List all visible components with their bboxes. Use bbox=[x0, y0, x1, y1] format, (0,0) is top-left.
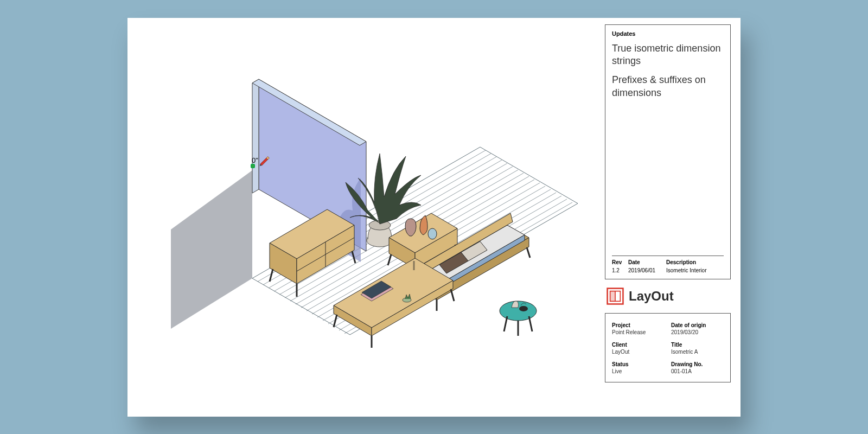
client-value: LayOut bbox=[612, 349, 665, 355]
update-item: Prefixes & suffixes on dimensions bbox=[612, 74, 724, 99]
date-header: Date bbox=[628, 259, 666, 265]
layout-logo-icon bbox=[606, 287, 624, 305]
drawing-value: 001-01A bbox=[671, 368, 724, 374]
viewport[interactable]: 0" bbox=[127, 18, 605, 417]
project-value: Point Release bbox=[612, 329, 665, 335]
title-block-sidebar: Updates True isometric dimension strings… bbox=[605, 18, 741, 417]
title-label: Title bbox=[671, 342, 724, 348]
svg-line-61 bbox=[529, 316, 532, 331]
status-label: Status bbox=[612, 361, 665, 367]
date-value: 2019/06/01 bbox=[628, 267, 666, 273]
round-side-table bbox=[500, 301, 537, 336]
date-origin-label: Date of origin bbox=[671, 322, 724, 328]
desc-header: Description bbox=[666, 259, 724, 265]
svg-point-63 bbox=[519, 306, 528, 311]
logo-text: LayOut bbox=[629, 289, 674, 304]
desc-value: Isometric Interior bbox=[666, 267, 724, 273]
updates-list: True isometric dimension strings Prefixe… bbox=[612, 42, 724, 256]
app-logo: LayOut bbox=[605, 286, 731, 307]
project-label: Project bbox=[612, 322, 665, 328]
svg-line-60 bbox=[504, 316, 507, 331]
drawing-sheet: 0" Updates True isometric dimension stri… bbox=[127, 18, 741, 417]
date-origin-value: 2019/03/20 bbox=[671, 329, 724, 335]
updates-heading: Updates bbox=[612, 30, 724, 37]
client-label: Client bbox=[612, 342, 665, 348]
svg-point-37 bbox=[428, 228, 437, 239]
svg-marker-19 bbox=[252, 79, 259, 193]
isometric-scene bbox=[127, 18, 605, 417]
title-value: Isometric A bbox=[671, 349, 724, 355]
project-info-panel: Project Date of origin Point Release 201… bbox=[605, 313, 731, 382]
status-value: Live bbox=[612, 368, 665, 374]
rev-header: Rev bbox=[612, 259, 628, 265]
updates-panel: Updates True isometric dimension strings… bbox=[605, 24, 731, 279]
svg-line-48 bbox=[527, 247, 530, 258]
revision-table: Rev Date Description 1.2 2019/06/01 Isom… bbox=[612, 256, 724, 273]
wall-shadow bbox=[171, 170, 252, 329]
rev-value: 1.2 bbox=[612, 267, 628, 273]
update-item: True isometric dimension strings bbox=[612, 42, 724, 68]
svg-rect-69 bbox=[610, 291, 615, 301]
drawing-label: Drawing No. bbox=[671, 361, 724, 367]
